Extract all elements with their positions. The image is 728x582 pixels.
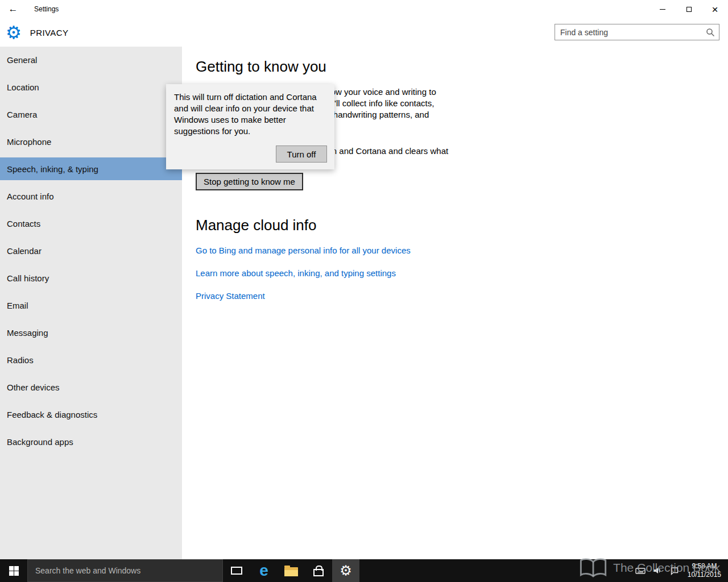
search-icon[interactable] (706, 28, 715, 37)
minimize-button[interactable] (650, 0, 676, 18)
touch-keyboard-tray-button[interactable] (634, 562, 647, 579)
sidebar-item-other-devices[interactable]: Other devices (0, 376, 182, 398)
minimize-icon (660, 9, 665, 10)
edge-icon: e (259, 563, 268, 579)
taskbar-search[interactable]: Search the web and Windows (27, 559, 223, 582)
taskbar: Search the web and Windows e ⚙ (0, 559, 728, 582)
sidebar: General Location Camera Microphone Speec… (0, 47, 182, 559)
system-tray: 9:58 AM 10/11/2015 (634, 559, 728, 582)
settings-gear-icon: ⚙ (6, 24, 22, 41)
sidebar-item-call-history[interactable]: Call history (0, 267, 182, 289)
flyout-message-line: suggestions for you. (174, 126, 326, 137)
file-explorer-button[interactable] (278, 559, 305, 582)
flyout-message-line: This will turn off dictation and Cortana (174, 92, 326, 103)
taskbar-clock[interactable]: 9:58 AM 10/11/2015 (688, 562, 721, 579)
store-bag-icon (313, 569, 324, 576)
find-setting-input[interactable] (555, 28, 706, 37)
turn-off-button[interactable]: Turn off (276, 146, 327, 163)
maximize-icon (686, 7, 692, 12)
task-view-button[interactable] (223, 559, 250, 582)
sidebar-item-calendar[interactable]: Calendar (0, 239, 182, 262)
flyout-message-line: and will clear info on your device that (174, 103, 326, 114)
sidebar-item-contacts[interactable]: Contacts (0, 212, 182, 235)
stop-getting-to-know-me-button[interactable]: Stop getting to know me (196, 173, 303, 190)
sidebar-item-general[interactable]: General (0, 48, 182, 71)
action-center-icon (670, 566, 679, 575)
sidebar-item-radios[interactable]: Radios (0, 348, 182, 371)
find-setting-searchbox (555, 24, 719, 40)
close-icon: × (712, 4, 718, 15)
sidebar-item-background-apps[interactable]: Background apps (0, 430, 182, 453)
windows-logo-icon (9, 566, 19, 576)
section-title-manage-cloud-info: Manage cloud info (196, 217, 316, 234)
sidebar-item-email[interactable]: Email (0, 294, 182, 317)
task-view-icon (231, 567, 242, 575)
sidebar-item-location[interactable]: Location (0, 76, 182, 98)
clock-date: 10/11/2015 (688, 571, 721, 579)
sidebar-item-camera[interactable]: Camera (0, 103, 182, 126)
speaker-icon (653, 566, 662, 575)
flyout-message: This will turn off dictation and Cortana… (166, 84, 334, 137)
sidebar-item-messaging[interactable]: Messaging (0, 321, 182, 344)
window-title: Settings (34, 5, 59, 13)
back-button[interactable]: ← (0, 0, 26, 18)
sidebar-item-feedback-diagnostics[interactable]: Feedback & diagnostics (0, 403, 182, 426)
clock-time: 9:58 AM (688, 562, 721, 571)
flyout-message-line: Windows uses to make better (174, 114, 326, 126)
folder-icon (284, 567, 298, 576)
titlebar: ← Settings × (0, 0, 728, 18)
start-button[interactable] (0, 559, 27, 582)
volume-tray-button[interactable] (651, 562, 664, 579)
edge-browser-button[interactable]: e (250, 559, 278, 582)
sidebar-item-speech-inking-typing[interactable]: Speech, inking, & typing (0, 157, 182, 180)
touch-keyboard-icon (635, 566, 646, 575)
link-learn-more-speech-inking-typing[interactable]: Learn more about speech, inking, and typ… (196, 268, 396, 278)
link-privacy-statement[interactable]: Privacy Statement (196, 291, 265, 301)
back-arrow-icon: ← (9, 3, 18, 15)
taskbar-search-placeholder: Search the web and Windows (35, 566, 140, 575)
store-button[interactable] (305, 559, 332, 582)
sidebar-item-microphone[interactable]: Microphone (0, 130, 182, 153)
sidebar-item-account-info[interactable]: Account info (0, 185, 182, 207)
action-center-tray-button[interactable] (668, 562, 681, 579)
maximize-button[interactable] (676, 0, 702, 18)
page-title: PRIVACY (30, 28, 69, 38)
gear-icon: ⚙ (340, 564, 352, 577)
window-controls: × (650, 0, 728, 18)
turn-off-confirmation-flyout: This will turn off dictation and Cortana… (166, 84, 334, 169)
link-bing-manage-personal-info[interactable]: Go to Bing and manage personal info for … (196, 246, 411, 255)
settings-window: ← Settings × ⚙ PRIVACY General Location … (0, 0, 728, 582)
close-button[interactable]: × (702, 0, 728, 18)
section-title-getting-to-know-you: Getting to know you (196, 58, 326, 76)
settings-taskbar-button[interactable]: ⚙ (332, 559, 359, 582)
